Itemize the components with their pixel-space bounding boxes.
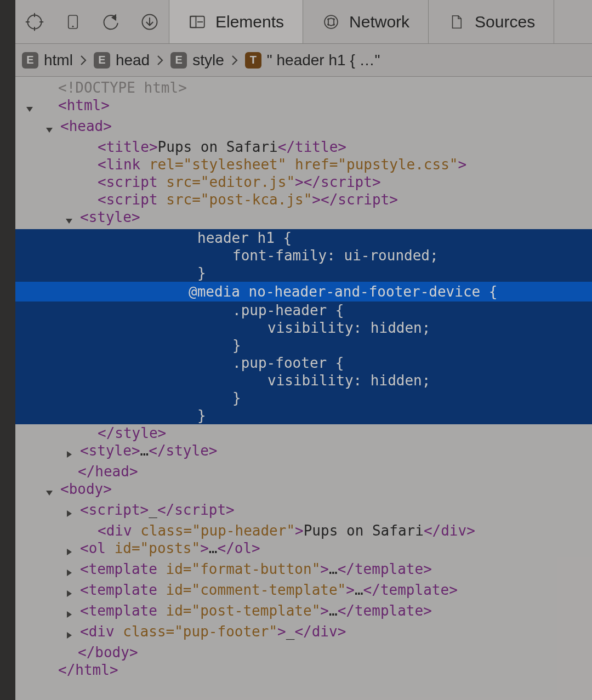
svg-marker-26 (67, 632, 72, 639)
disclosure-right-icon[interactable] (65, 543, 77, 560)
css-line[interactable]: .pup-header { (15, 301, 592, 319)
dom-row-style-close[interactable]: </style> (15, 424, 592, 442)
dom-row-script-1[interactable]: <script src="editor.js"></script> (15, 173, 592, 191)
svg-marker-19 (67, 451, 72, 458)
window-left-rail (0, 0, 15, 700)
device-button[interactable] (61, 10, 84, 33)
tab-sources-label: Sources (475, 13, 535, 31)
css-line[interactable]: visibility: hidden; (15, 319, 592, 337)
dom-row-body-script[interactable]: <script>_</script> (15, 501, 592, 522)
element-badge-icon: E (170, 52, 187, 69)
svg-point-6 (72, 25, 74, 27)
tab-network-label: Network (349, 13, 409, 31)
disclosure-right-icon[interactable] (65, 564, 77, 581)
svg-marker-17 (46, 128, 53, 133)
download-button[interactable] (138, 10, 161, 33)
svg-marker-24 (67, 590, 72, 597)
reload-button[interactable] (100, 10, 123, 33)
crumb-style[interactable]: E style (170, 52, 224, 69)
disclosure-right-icon[interactable] (65, 626, 77, 644)
css-line[interactable]: } (15, 264, 592, 282)
dom-row-template-format[interactable]: <template id="format-button">…</template… (15, 560, 592, 581)
css-line[interactable]: } (15, 407, 592, 424)
tab-network[interactable]: Network (303, 0, 429, 43)
css-line-highlighted[interactable]: @media no-header-and-footer-device { (15, 282, 592, 301)
crumb-head[interactable]: E head (94, 52, 150, 69)
svg-rect-11 (190, 16, 196, 27)
dom-row-template-comment[interactable]: <template id="comment-template">…</templ… (15, 581, 592, 602)
svg-marker-25 (67, 611, 72, 618)
crumb-text-node[interactable]: T " header h1 { …" (245, 52, 380, 69)
dom-row-ol-posts[interactable]: <ol id="posts">…</ol> (15, 539, 592, 560)
svg-marker-16 (26, 107, 33, 112)
chevron-right-icon (155, 53, 165, 68)
inspector-tabs: Elements Network Sources (169, 0, 592, 43)
title-text: Pups on Safari (158, 138, 278, 156)
css-line[interactable]: } (15, 389, 592, 407)
dom-row-body-open[interactable]: <body> (15, 480, 592, 501)
dom-row-style-open[interactable]: <style> (15, 208, 592, 229)
dom-row-script-2[interactable]: <script src="post-kca.js"></script> (15, 191, 592, 208)
svg-point-0 (27, 15, 41, 29)
disclosure-right-icon[interactable] (65, 504, 77, 522)
dom-row-title[interactable]: <title>Pups on Safari</title> (15, 138, 592, 156)
dom-row-pup-footer[interactable]: <div class="pup-footer">_</div> (15, 623, 592, 644)
css-line[interactable]: visibility: hidden; (15, 372, 592, 389)
elements-icon (188, 13, 207, 31)
dom-row-style2[interactable]: <style>…</style> (15, 442, 592, 463)
dom-row-doctype[interactable]: <!DOCTYPE html> (15, 79, 592, 96)
disclosure-right-icon[interactable] (65, 584, 77, 602)
disclosure-down-icon[interactable] (45, 483, 57, 501)
inspect-element-button[interactable] (23, 10, 46, 33)
svg-marker-21 (67, 510, 72, 517)
svg-point-13 (325, 15, 338, 29)
crumb-label: html (44, 52, 73, 69)
svg-marker-22 (67, 549, 72, 555)
css-line[interactable]: .pup-footer { (15, 354, 592, 372)
svg-marker-18 (66, 219, 72, 224)
sources-icon (447, 13, 466, 31)
tab-elements[interactable]: Elements (169, 0, 303, 43)
disclosure-down-icon[interactable] (25, 100, 37, 117)
dom-row-pup-header[interactable]: <div class="pup-header">Pups on Safari</… (15, 522, 592, 539)
toolbar-left-tools (15, 0, 169, 43)
disclosure-right-icon[interactable] (65, 605, 77, 623)
css-line[interactable]: header h1 { (15, 229, 592, 247)
dom-row-html-open[interactable]: <html> (15, 96, 592, 117)
disclosure-right-icon[interactable] (65, 445, 77, 463)
dom-breadcrumb: E html E head E style T " header h1 { …" (15, 44, 592, 77)
dom-row-link[interactable]: <link rel="stylesheet" href="pupstyle.cs… (15, 156, 592, 173)
crumb-label: style (192, 52, 224, 69)
dom-row-template-post[interactable]: <template id="post-template">…</template… (15, 602, 592, 623)
tab-sources[interactable]: Sources (429, 0, 554, 43)
dom-row-body-close[interactable]: </body> (15, 644, 592, 661)
tab-elements-label: Elements (215, 13, 284, 31)
dom-row-html-close[interactable]: </html> (15, 661, 592, 679)
dom-row-head-close[interactable]: </head> (15, 463, 592, 480)
chevron-right-icon (230, 53, 240, 68)
chevron-right-icon (78, 53, 88, 68)
dom-row-head-open[interactable]: <head> (15, 117, 592, 138)
selected-text-node[interactable]: header h1 { font-family: ui-rounded; } @… (15, 229, 592, 424)
dom-tree[interactable]: <!DOCTYPE html> <html> <head> <title>Pup… (15, 77, 592, 679)
disclosure-down-icon[interactable] (65, 212, 77, 229)
element-badge-icon: E (22, 52, 38, 69)
text-badge-icon: T (245, 52, 261, 69)
crumb-html[interactable]: E html (22, 52, 73, 69)
pup-header-text: Pups on Safari (304, 522, 424, 539)
css-line[interactable]: font-family: ui-rounded; (15, 247, 592, 264)
css-line[interactable]: } (15, 337, 592, 354)
network-icon (322, 13, 340, 31)
element-badge-icon: E (94, 52, 110, 69)
inspector-tabbar: Elements Network Sources (15, 0, 592, 44)
crumb-label: " header h1 { …" (267, 52, 380, 69)
svg-marker-23 (67, 570, 72, 576)
doctype-text: <!DOCTYPE html> (58, 79, 187, 96)
disclosure-down-icon[interactable] (45, 121, 57, 138)
svg-marker-20 (46, 491, 53, 496)
crumb-label: head (116, 52, 150, 69)
